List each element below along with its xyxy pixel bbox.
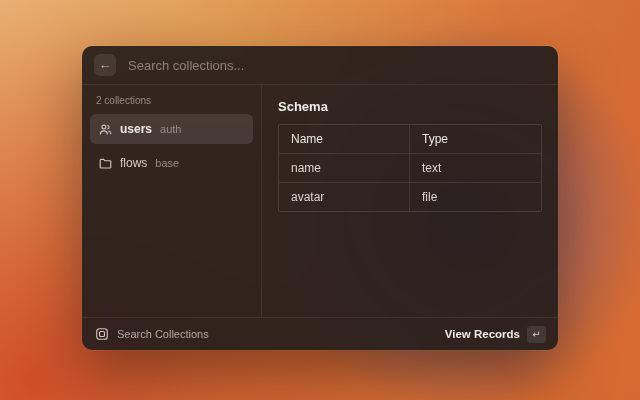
sidebar-item-users[interactable]: users auth	[90, 114, 253, 144]
collections-count-label: 2 collections	[90, 95, 253, 114]
collection-type-badge: base	[155, 157, 179, 169]
search-bar: ←	[82, 46, 558, 85]
field-name-cell: name	[279, 154, 410, 182]
view-records-button[interactable]: View Records ↵	[445, 326, 546, 343]
column-header-name: Name	[279, 125, 410, 153]
schema-panel: Schema Name Type name text avatar file	[262, 85, 558, 317]
footer-context: Search Collections	[94, 327, 209, 342]
table-row: name text	[279, 154, 541, 183]
collections-sidebar: 2 collections users auth	[82, 85, 262, 317]
enter-key-icon: ↵	[527, 326, 546, 343]
search-input[interactable]	[126, 57, 546, 74]
sidebar-item-label: users	[120, 122, 152, 136]
users-icon	[98, 122, 112, 136]
back-button[interactable]: ←	[94, 54, 116, 76]
schema-title: Schema	[278, 99, 542, 114]
field-type-cell: text	[410, 154, 541, 182]
table-row: avatar file	[279, 183, 541, 211]
field-name-cell: avatar	[279, 183, 410, 211]
search-collections-window: ← 2 collections users	[82, 46, 558, 350]
column-header-type: Type	[410, 125, 541, 153]
schema-table: Name Type name text avatar file	[278, 124, 542, 212]
folder-icon	[98, 156, 112, 170]
view-records-label: View Records	[445, 328, 520, 340]
desktop-background: ← 2 collections users	[0, 0, 640, 400]
collection-type-badge: auth	[160, 123, 181, 135]
arrow-left-icon: ←	[99, 57, 112, 72]
footer-bar: Search Collections View Records ↵	[82, 317, 558, 350]
sidebar-item-label: flows	[120, 156, 147, 170]
footer-context-label: Search Collections	[117, 328, 209, 340]
window-body: 2 collections users auth	[82, 85, 558, 317]
field-type-cell: file	[410, 183, 541, 211]
table-header-row: Name Type	[279, 125, 541, 154]
app-logo-icon	[94, 327, 109, 342]
sidebar-item-flows[interactable]: flows base	[90, 148, 253, 178]
